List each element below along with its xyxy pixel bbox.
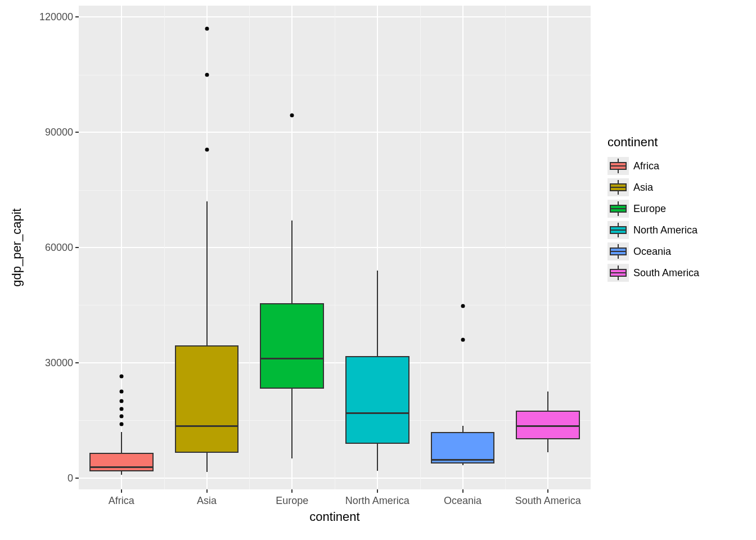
outlier-point xyxy=(119,422,123,426)
outlier-point xyxy=(119,374,123,378)
legend: continent AfricaAsiaEuropeNorth AmericaO… xyxy=(608,135,699,284)
x-tick xyxy=(291,489,292,493)
median-line xyxy=(175,425,239,427)
median-line xyxy=(516,425,580,427)
gridline-minor-v xyxy=(249,6,250,489)
x-tick-label: Asia xyxy=(197,495,217,507)
legend-item: Africa xyxy=(608,155,699,177)
x-tick-label: Africa xyxy=(109,495,134,507)
legend-item: Oceania xyxy=(608,241,699,262)
legend-label: Asia xyxy=(633,182,653,194)
outlier-point xyxy=(205,73,209,76)
box xyxy=(260,303,324,389)
legend-key xyxy=(608,200,629,218)
x-tick xyxy=(121,489,122,493)
legend-key xyxy=(608,221,629,239)
x-tick-label: North America xyxy=(345,495,410,507)
y-tick-label: 120000 xyxy=(34,11,73,23)
y-tick xyxy=(75,362,79,363)
y-tick-label: 30000 xyxy=(34,357,73,368)
box xyxy=(345,356,410,444)
outlier-point xyxy=(119,415,123,418)
y-tick-label: 0 xyxy=(34,472,73,484)
y-tick-label: 90000 xyxy=(34,127,73,138)
chart-container: gdp_per_capit continent continent Africa… xyxy=(0,0,756,540)
x-tick xyxy=(547,489,548,493)
x-tick xyxy=(462,489,464,493)
x-axis-title: continent xyxy=(309,510,359,524)
x-tick-label: Europe xyxy=(276,495,308,507)
x-tick-label: Oceania xyxy=(444,495,482,507)
y-tick-label: 60000 xyxy=(34,242,73,254)
box xyxy=(89,453,154,471)
gridline-v xyxy=(462,6,464,489)
y-tick xyxy=(75,478,79,479)
box xyxy=(175,345,239,453)
outlier-point xyxy=(205,26,209,30)
legend-item: North America xyxy=(608,219,699,241)
outlier-point xyxy=(119,407,123,411)
outlier-point xyxy=(461,338,465,341)
median-line xyxy=(89,466,154,468)
median-line xyxy=(260,358,324,359)
x-tick-label: South America xyxy=(515,495,581,507)
y-axis-title: gdp_per_capit xyxy=(10,208,24,286)
legend-label: North America xyxy=(633,224,698,236)
median-line xyxy=(431,459,495,461)
legend-item: Europe xyxy=(608,198,699,219)
legend-label: Europe xyxy=(633,203,666,215)
outlier-point xyxy=(290,113,294,117)
y-tick xyxy=(75,247,79,248)
median-line xyxy=(345,412,410,414)
legend-key xyxy=(608,264,629,282)
legend-item: Asia xyxy=(608,177,699,198)
legend-key xyxy=(608,178,629,196)
gridline-minor-v xyxy=(420,6,421,489)
outlier-point xyxy=(461,304,465,308)
legend-label: Africa xyxy=(633,160,659,172)
x-tick xyxy=(377,489,378,493)
legend-title: continent xyxy=(608,135,699,150)
gridline-minor-v xyxy=(505,6,506,489)
outlier-point xyxy=(119,399,123,403)
legend-key xyxy=(608,242,629,260)
gridline-minor-v xyxy=(164,6,165,489)
legend-label: Oceania xyxy=(633,246,671,258)
outlier-point xyxy=(119,389,123,393)
legend-label: South America xyxy=(633,267,699,279)
legend-key xyxy=(608,157,629,175)
outlier-point xyxy=(205,147,209,151)
y-tick xyxy=(75,16,79,17)
legend-item: South America xyxy=(608,262,699,284)
gridline-minor-v xyxy=(335,6,335,489)
x-tick xyxy=(206,489,208,493)
y-tick xyxy=(75,132,79,133)
